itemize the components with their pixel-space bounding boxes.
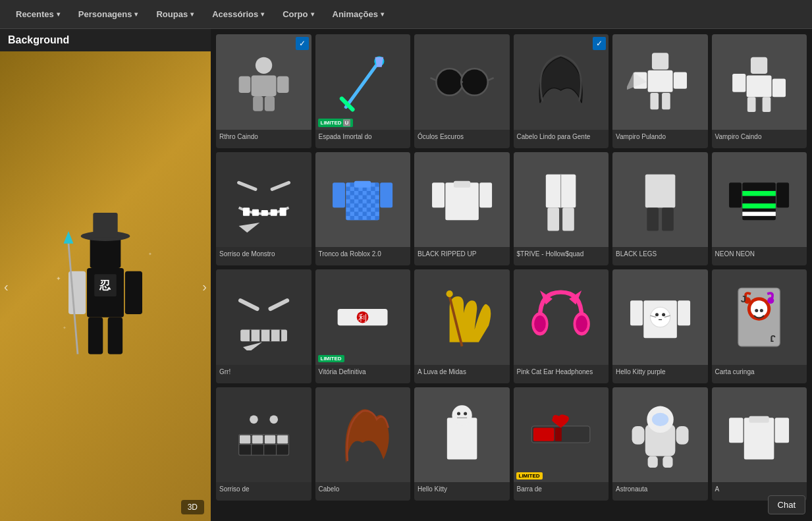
item-label-2: Espada Imortal do	[315, 130, 411, 148]
item-thumb-10	[514, 152, 609, 248]
svg-text:✦: ✦	[63, 325, 67, 330]
item-thumb-12	[712, 152, 807, 248]
item-card-24[interactable]: A	[712, 387, 807, 501]
svg-rect-43	[243, 207, 250, 216]
nav-recentes[interactable]: Recentes ▾	[7, 4, 69, 24]
svg-line-29	[487, 78, 493, 80]
item-card-23[interactable]: Astronauta	[612, 387, 708, 501]
svg-line-28	[430, 78, 436, 80]
svg-text:利: 利	[358, 313, 367, 322]
svg-rect-61	[454, 181, 470, 188]
svg-rect-45	[261, 210, 267, 216]
nav-corpo[interactable]: Corpo ▾	[273, 4, 323, 24]
svg-rect-74	[742, 212, 776, 216]
svg-point-85	[446, 290, 452, 297]
item-card-16[interactable]: Pink Cat Ear Headphones	[514, 269, 609, 383]
item-card-5[interactable]: Vampiro Pulando	[612, 34, 708, 148]
item-thumb-2: LIMITED U	[315, 34, 411, 130]
svg-rect-33	[673, 72, 686, 88]
glove-icon	[429, 284, 495, 350]
svg-rect-30	[652, 53, 668, 69]
item-card-2[interactable]: LIMITED U Espada Imortal do	[315, 34, 411, 148]
item-thumb-13	[216, 269, 311, 365]
item-card-4[interactable]: ✓ Cabelo Lindo para Gente	[514, 34, 609, 148]
item-card-8[interactable]: Tronco da Roblox 2.0	[315, 152, 411, 266]
item-card-19[interactable]: Sorriso de	[216, 387, 311, 501]
avatar-title: Background	[0, 29, 211, 51]
glasses-icon	[429, 49, 495, 115]
item-card-20[interactable]: Cabelo	[315, 387, 411, 501]
svg-point-106	[755, 309, 758, 312]
item-label-14: Vitória Definitiva	[315, 365, 411, 383]
svg-rect-134	[647, 456, 657, 468]
right-panel[interactable]: ✓ Rthro Caindo LIMITED U Es	[211, 29, 812, 521]
astronaut-icon	[627, 401, 693, 468]
svg-rect-66	[645, 175, 675, 208]
item-card-12[interactable]: NEON NEON	[712, 152, 807, 266]
svg-point-25	[436, 69, 462, 95]
item-label-17: Hello Kitty purple	[612, 365, 708, 383]
svg-marker-9	[64, 231, 74, 244]
svg-rect-57	[354, 181, 371, 188]
svg-text:J: J	[771, 333, 776, 344]
svg-marker-80	[243, 342, 262, 350]
svg-rect-68	[662, 207, 674, 231]
hair2-icon	[329, 401, 396, 468]
item-card-21[interactable]: Hello Kitty	[414, 387, 510, 501]
item-card-22[interactable]: LIMITED Barra de	[514, 387, 609, 501]
main-layout: Background ‹	[0, 29, 812, 521]
item-thumb-5	[612, 34, 708, 130]
item-thumb-19	[216, 387, 311, 483]
item-card-10[interactable]: $TRIVE - Hollow$quad	[514, 152, 609, 266]
avatar-next-button[interactable]: ›	[202, 279, 207, 294]
svg-text:✦: ✦	[56, 275, 61, 281]
svg-rect-15	[256, 57, 272, 73]
item-card-9[interactable]: BLACK RIPPED UP	[414, 152, 510, 266]
svg-rect-59	[432, 182, 445, 207]
item-card-13[interactable]: Grr!	[216, 269, 311, 383]
item-card-11[interactable]: BLACK LEGS	[612, 152, 708, 266]
item-card-15[interactable]: A Luva de Midas	[414, 269, 510, 383]
svg-point-107	[760, 309, 763, 312]
item-card-1[interactable]: ✓ Rthro Caindo	[216, 34, 311, 148]
item-label-18: Carta curinga	[712, 365, 807, 383]
avatar-prev-button[interactable]: ‹	[4, 279, 9, 294]
item-card-3[interactable]: Óculos Escuros	[414, 34, 510, 148]
item-label-5: Vampiro Pulando	[612, 130, 708, 148]
item-thumb-20	[315, 387, 411, 483]
svg-rect-65	[562, 207, 574, 231]
avatar-3d-button[interactable]: 3D	[181, 500, 204, 514]
item-card-6[interactable]: Vampiro Caindo	[712, 34, 807, 148]
item-label-21: Hello Kitty	[414, 482, 510, 501]
item-card-7[interactable]: Sorriso de Monstro	[216, 152, 311, 266]
svg-rect-116	[252, 435, 263, 444]
item-card-17[interactable]: Hello Kitty purple	[612, 269, 708, 383]
item-a-icon	[726, 401, 792, 468]
item-card-14[interactable]: 利 LIMITED Vitória Definitiva	[315, 269, 411, 383]
svg-rect-70	[729, 182, 742, 207]
nav-animacoes[interactable]: Animações ▾	[323, 4, 393, 24]
svg-point-105	[767, 297, 774, 304]
svg-rect-115	[240, 435, 250, 444]
item-thumb-14: 利 LIMITED	[315, 269, 411, 365]
item-limited-badge-2: LIMITED U	[318, 119, 354, 127]
svg-point-123	[457, 412, 460, 416]
svg-rect-71	[776, 182, 789, 207]
svg-rect-94	[678, 300, 690, 325]
nav-acessorios[interactable]: Acessórios ▾	[203, 4, 273, 24]
nav-personagens[interactable]: Personagens ▾	[69, 4, 148, 24]
item-label-9: BLACK RIPPED UP	[414, 247, 510, 265]
joker-card-icon: J J	[726, 284, 792, 350]
item-label-13: Grr!	[216, 365, 311, 383]
item-label-10: $TRIVE - Hollow$quad	[514, 247, 609, 265]
nav-roupas[interactable]: Roupas ▾	[147, 4, 203, 24]
item-card-18[interactable]: J J Carta curinga	[712, 269, 807, 383]
svg-rect-58	[445, 182, 479, 220]
item-thumb-3	[414, 34, 510, 130]
items-grid: ✓ Rthro Caindo LIMITED U Es	[216, 34, 807, 501]
chat-button[interactable]: Chat	[768, 495, 805, 514]
svg-rect-122	[452, 405, 472, 425]
monster-smile-icon	[230, 166, 297, 233]
svg-rect-67	[647, 207, 659, 231]
svg-rect-127	[533, 428, 555, 441]
